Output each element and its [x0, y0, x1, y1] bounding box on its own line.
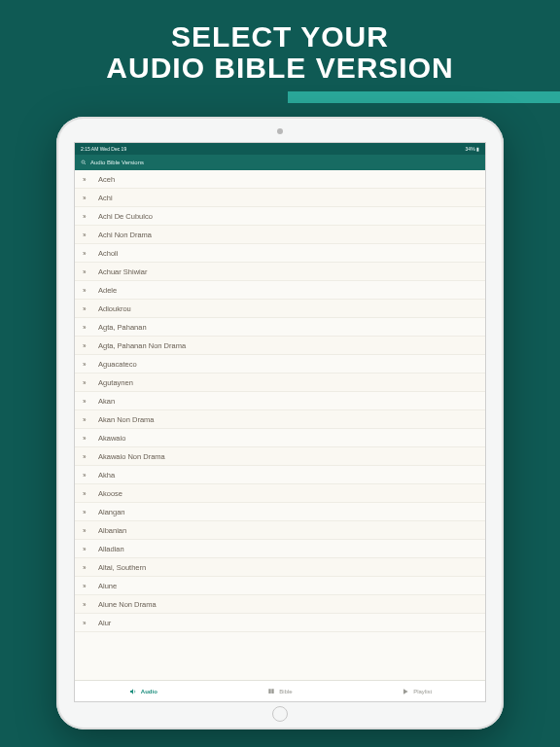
tablet-camera: [277, 128, 283, 134]
status-left: 2:15 AM Wed Dec 19: [81, 146, 126, 152]
chevron-right-icon: ››: [83, 509, 92, 516]
list-item[interactable]: ››Alladian: [75, 540, 485, 558]
chevron-right-icon: ››: [83, 305, 92, 312]
chevron-right-icon: ››: [83, 527, 92, 534]
chevron-right-icon: ››: [83, 601, 92, 608]
list-item-label: Aguacateco: [98, 360, 477, 369]
chevron-right-icon: ››: [83, 231, 92, 238]
list-item[interactable]: ››Adele: [75, 281, 485, 300]
chevron-right-icon: ››: [83, 213, 92, 220]
list-item[interactable]: ››Adioukrou: [75, 300, 485, 318]
tablet-screen: 2:15 AM Wed Dec 19 34% ▮ Audio Bible Ver…: [74, 142, 486, 702]
tab-audio-label: Audio: [141, 689, 158, 694]
chevron-right-icon: ››: [83, 324, 92, 331]
list-item[interactable]: ››Achi: [75, 189, 485, 207]
tab-audio[interactable]: Audio: [75, 681, 212, 701]
chevron-right-icon: ››: [83, 176, 92, 183]
search-bar[interactable]: Audio Bible Versions: [75, 155, 485, 170]
list-item[interactable]: ››Akawaio Non Drama: [75, 447, 485, 466]
list-item-label: Akan: [98, 397, 477, 406]
chevron-right-icon: ››: [83, 398, 92, 405]
chevron-right-icon: ››: [83, 490, 92, 497]
version-list[interactable]: ››Aceh››Achi››Achi De Cubulco››Achi Non …: [75, 170, 485, 680]
list-item[interactable]: ››Agutaynen: [75, 374, 485, 392]
status-bar: 2:15 AM Wed Dec 19 34% ▮: [75, 143, 485, 155]
headline-line-2: AUDIO BIBLE VERSION: [0, 53, 560, 84]
list-item[interactable]: ››Akan Non Drama: [75, 410, 485, 429]
chevron-right-icon: ››: [83, 546, 92, 552]
list-item-label: Achi De Cubulco: [98, 212, 477, 221]
tablet-home-button: [272, 706, 288, 722]
list-item[interactable]: ››Alune: [75, 577, 485, 595]
tab-bible[interactable]: Bible: [212, 681, 349, 701]
tablet-frame: 2:15 AM Wed Dec 19 34% ▮ Audio Bible Ver…: [56, 117, 504, 729]
list-item[interactable]: ››Alangan: [75, 503, 485, 521]
book-icon: [267, 688, 275, 695]
list-item[interactable]: ››Achi De Cubulco: [75, 207, 485, 226]
svg-point-0: [82, 160, 85, 163]
list-item-label: Adele: [98, 286, 477, 295]
list-item-label: Aceh: [98, 175, 477, 184]
chevron-right-icon: ››: [83, 453, 92, 460]
chevron-right-icon: ››: [83, 250, 92, 257]
list-item-label: Altai, Southern: [98, 563, 477, 572]
list-item-label: Akoose: [98, 489, 477, 498]
list-item[interactable]: ››Agta, Pahanan: [75, 318, 485, 337]
list-item[interactable]: ››Akoose: [75, 484, 485, 503]
list-item-label: Achi: [98, 194, 477, 202]
svg-line-1: [85, 163, 86, 164]
list-item[interactable]: ››Agta, Pahanan Non Drama: [75, 337, 485, 355]
list-item[interactable]: ››Achuar Shiwiar: [75, 263, 485, 281]
list-item-label: Alune: [98, 582, 477, 590]
tab-bible-label: Bible: [279, 689, 292, 694]
list-item[interactable]: ››Achi Non Drama: [75, 226, 485, 244]
list-item-label: Agta, Pahanan Non Drama: [98, 341, 477, 350]
tab-playlist-label: Playlist: [413, 689, 432, 694]
list-item-label: Alune Non Drama: [98, 600, 477, 609]
chevron-right-icon: ››: [83, 268, 92, 275]
chevron-right-icon: ››: [83, 195, 92, 201]
chevron-right-icon: ››: [83, 620, 92, 626]
list-item-label: Alangan: [98, 508, 477, 516]
chevron-right-icon: ››: [83, 342, 92, 349]
list-item-label: Akawaio: [98, 434, 477, 443]
chevron-right-icon: ››: [83, 472, 92, 479]
chevron-right-icon: ››: [83, 361, 92, 368]
search-placeholder: Audio Bible Versions: [90, 160, 144, 165]
list-item[interactable]: ››Akawaio: [75, 429, 485, 447]
chevron-right-icon: ››: [83, 287, 92, 294]
list-item-label: Akawaio Non Drama: [98, 452, 477, 461]
list-item[interactable]: ››Albanian: [75, 521, 485, 540]
tab-bar: Audio Bible Playlist: [75, 680, 485, 701]
speaker-icon: [129, 688, 137, 695]
list-item-label: Agutaynen: [98, 378, 477, 387]
status-right: 34% ▮: [466, 146, 479, 152]
list-item[interactable]: ››Aceh: [75, 170, 485, 189]
headline-line-1: SELECT YOUR: [0, 21, 560, 53]
list-item[interactable]: ››Altai, Southern: [75, 558, 485, 577]
search-icon: [81, 160, 87, 165]
chevron-right-icon: ››: [83, 416, 92, 423]
play-icon: [402, 688, 409, 695]
promo-headline: SELECT YOUR AUDIO BIBLE VERSION: [0, 0, 560, 83]
chevron-right-icon: ››: [83, 583, 92, 589]
chevron-right-icon: ››: [83, 435, 92, 442]
list-item-label: Albanian: [98, 526, 477, 535]
list-item[interactable]: ››Alur: [75, 614, 485, 632]
list-item[interactable]: ››Alune Non Drama: [75, 595, 485, 614]
list-item[interactable]: ››Akha: [75, 466, 485, 484]
list-item-label: Akha: [98, 471, 477, 480]
list-item-label: Agta, Pahanan: [98, 323, 477, 332]
list-item-label: Acholi: [98, 249, 477, 258]
list-item-label: Alur: [98, 619, 477, 627]
list-item[interactable]: ››Akan: [75, 392, 485, 410]
list-item[interactable]: ››Aguacateco: [75, 355, 485, 374]
list-item[interactable]: ››Acholi: [75, 244, 485, 263]
list-item-label: Achi Non Drama: [98, 231, 477, 239]
chevron-right-icon: ››: [83, 379, 92, 386]
list-item-label: Alladian: [98, 545, 477, 553]
tab-playlist[interactable]: Playlist: [348, 681, 485, 701]
list-item-label: Adioukrou: [98, 304, 477, 313]
chevron-right-icon: ››: [83, 564, 92, 571]
list-item-label: Achuar Shiwiar: [98, 267, 477, 276]
